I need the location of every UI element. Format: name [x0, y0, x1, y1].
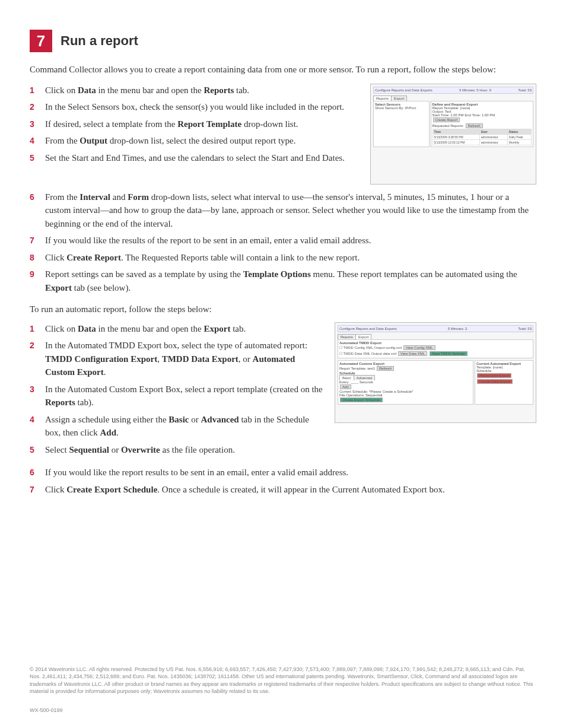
steps-list-2-continued: 6If you would like the report results to… — [30, 466, 536, 496]
copyright-notice: © 2014 Wavetronix LLC. All rights reserv… — [30, 666, 536, 695]
steps-list-2: 1Click on Data in the menu bar and open … — [30, 322, 323, 457]
section-number: 7 — [30, 30, 52, 52]
document-number: WX-500-0199 — [30, 707, 63, 713]
sub-intro-paragraph: To run an automatic report, follow the s… — [30, 303, 536, 316]
steps-list-1: 1Click on Data in the menu bar and open … — [30, 84, 358, 165]
steps-list-1-continued: 6From the Interval and Form drop-down li… — [30, 190, 536, 295]
screenshot-reports-tab: Configure Reports and Data Exports5 Minu… — [370, 84, 536, 185]
intro-paragraph: Command Collector allows you to create a… — [30, 63, 536, 77]
screenshot-export-tab: Configure Reports and Data Exports5 Minu… — [335, 322, 536, 423]
section-header: 7 Run a report — [30, 30, 536, 52]
section-title: Run a report — [61, 33, 138, 49]
